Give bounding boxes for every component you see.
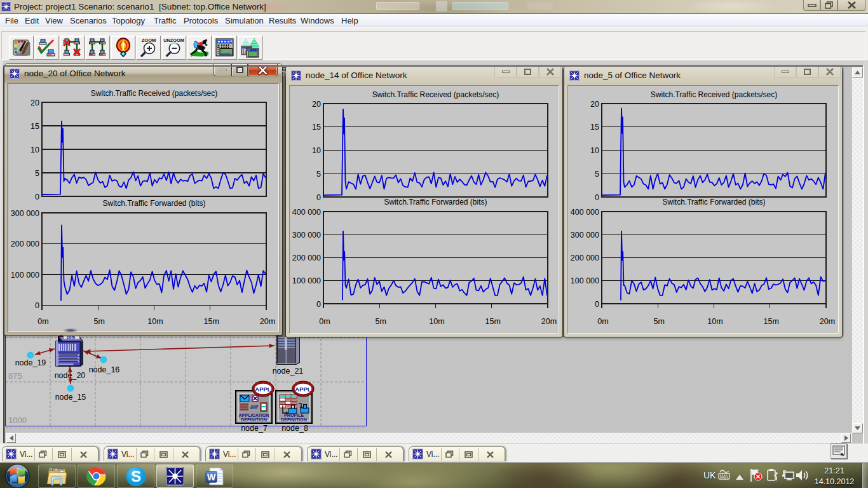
svg-text:10m: 10m (147, 317, 163, 326)
svg-text:875: 875 (8, 371, 22, 381)
svg-text:0m: 0m (597, 317, 608, 326)
svg-text:100 000: 100 000 (11, 271, 39, 280)
svg-text:200 000: 200 000 (571, 254, 599, 262)
svg-text:20m: 20m (541, 317, 557, 326)
svg-text:APPL: APPL (295, 386, 311, 393)
svg-text:100 000: 100 000 (292, 276, 321, 285)
svg-text:ZOOM: ZOOM (141, 37, 156, 43)
svg-text:10: 10 (312, 146, 321, 155)
svg-text:15: 15 (590, 123, 599, 132)
svg-text:node_8: node_8 (281, 424, 308, 433)
svg-text:Switch.Traffic Forwarded (bits: Switch.Traffic Forwarded (bits) (662, 198, 765, 207)
svg-text:0: 0 (316, 193, 321, 202)
svg-text:300 000: 300 000 (11, 209, 39, 218)
svg-text:0: 0 (316, 300, 321, 309)
svg-text:UNZOOM: UNZOOM (163, 37, 184, 43)
svg-text:20m: 20m (260, 317, 275, 326)
svg-text:5m: 5m (654, 317, 665, 326)
svg-text:5m: 5m (94, 317, 105, 326)
svg-text:5: 5 (35, 169, 39, 178)
svg-text:5m: 5m (376, 317, 386, 326)
svg-text:10m: 10m (707, 317, 722, 326)
svg-text:node_16: node_16 (89, 365, 120, 374)
svg-text:200 000: 200 000 (292, 254, 321, 262)
svg-text:20m: 20m (820, 317, 835, 326)
svg-text:15m: 15m (204, 317, 219, 326)
svg-text:Switch.Traffic Received (packe: Switch.Traffic Received (packets/sec) (91, 89, 217, 98)
svg-text:15: 15 (312, 123, 321, 132)
svg-text:S: S (131, 468, 141, 485)
svg-text:0m: 0m (319, 317, 330, 326)
svg-text:0: 0 (595, 193, 599, 202)
svg-text:W: W (207, 472, 216, 482)
svg-text:APPL: APPL (255, 386, 271, 393)
svg-text:0: 0 (595, 300, 599, 309)
svg-text:Switch.Traffic Forwarded (bits: Switch.Traffic Forwarded (bits) (102, 199, 205, 208)
svg-text:node_7: node_7 (241, 424, 268, 433)
svg-text:20: 20 (31, 98, 39, 107)
svg-text:15m: 15m (764, 317, 779, 326)
svg-text:400 000: 400 000 (292, 208, 321, 217)
svg-text:15: 15 (31, 122, 39, 131)
svg-text:400 000: 400 000 (571, 208, 599, 217)
svg-text:300 000: 300 000 (292, 231, 321, 240)
svg-text:Switch.Traffic Forwarded (bits: Switch.Traffic Forwarded (bits) (384, 198, 487, 207)
svg-text:1000: 1000 (8, 416, 27, 425)
svg-text:com: com (67, 335, 76, 339)
svg-text:0: 0 (35, 301, 39, 310)
svg-text:10: 10 (31, 146, 39, 154)
svg-text:DEFINITION: DEFINITION (241, 417, 267, 423)
svg-text:node_21: node_21 (273, 367, 304, 376)
svg-text:5: 5 (316, 170, 321, 179)
svg-text:0: 0 (35, 193, 39, 201)
svg-text:node_20: node_20 (55, 371, 86, 380)
svg-text:15m: 15m (485, 317, 501, 326)
svg-text:10m: 10m (429, 317, 444, 326)
svg-text:20: 20 (312, 100, 321, 109)
svg-text:100 000: 100 000 (571, 276, 599, 285)
svg-text:200 000: 200 000 (11, 240, 39, 248)
svg-text:node_15: node_15 (55, 393, 86, 402)
svg-text:5: 5 (595, 170, 599, 179)
svg-text:10: 10 (590, 146, 599, 155)
svg-text:Switch.Traffic Received (packe: Switch.Traffic Received (packets/sec) (372, 90, 499, 99)
svg-text:Switch.Traffic Received (packe: Switch.Traffic Received (packets/sec) (651, 90, 777, 99)
svg-text:DEFINITION: DEFINITION (281, 417, 307, 423)
svg-text:node_19: node_19 (15, 358, 46, 367)
svg-text:300 000: 300 000 (571, 231, 599, 240)
svg-text:0m: 0m (37, 317, 48, 326)
svg-text:20: 20 (590, 100, 599, 109)
